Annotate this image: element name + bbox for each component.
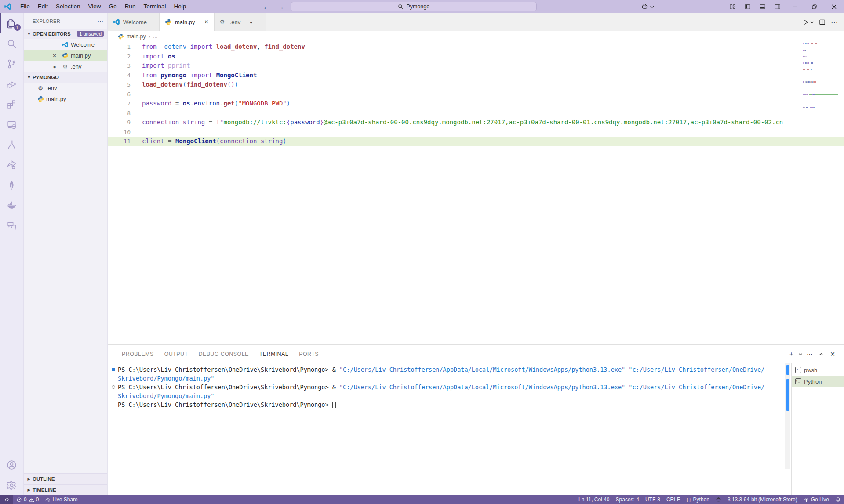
activity-testing-icon[interactable] [0,134,24,155]
panel-tab-output[interactable]: OUTPUT [159,345,193,363]
panel-tab-ports[interactable]: PORTS [294,345,324,363]
file-env[interactable]: ⚙.env [24,83,107,94]
terminal-content[interactable]: PS C:\Users\Liv Christoffersen\OneDrive\… [108,365,785,495]
status-encoding[interactable]: UTF-8 [642,495,663,504]
timeline-section[interactable]: ▶ TIMELINE [24,484,107,495]
activity-docker-icon[interactable] [0,195,24,215]
layout-customize-icon[interactable] [725,0,740,13]
menu-run[interactable]: Run [121,0,140,13]
terminal[interactable]: PS C:\Users\Liv Christoffersen\OneDrive\… [108,363,844,495]
code-line-9[interactable]: 9connection_string = f"mongodb://livktc:… [108,118,844,127]
status-copilot-status[interactable] [713,495,724,504]
activity-extensions-icon[interactable] [0,94,24,114]
code-line-5[interactable]: 5load_dotenv(find_dotenv()) [108,80,844,90]
explorer-more-actions-icon[interactable]: ⋯ [98,18,104,25]
status-eol[interactable]: CRLF [663,495,683,504]
code-line-6[interactable]: 6 [108,90,844,99]
toggle-secondary-sidebar-icon[interactable] [770,0,785,13]
split-editor-icon[interactable] [817,17,827,27]
breadcrumb[interactable]: main.py › ... [108,31,844,42]
folder-header[interactable]: ▼ PYMONGO [24,72,107,83]
open-editor-env[interactable]: ●⚙.env [24,61,107,72]
close-button[interactable] [824,0,844,13]
line-number: 2 [108,52,131,62]
code-line-10[interactable]: 10 [108,127,844,137]
line-number: 11 [108,137,131,146]
tab-welcome[interactable]: Welcome [108,13,160,31]
open-editors-label: OPEN EDITORS [33,31,71,36]
status-go-live[interactable]: Go Live [800,495,832,504]
code-line-1[interactable]: 1from dotenv import load_dotenv, find_do… [108,42,844,52]
menu-go[interactable]: Go [105,0,121,13]
activity-remote-explorer-icon[interactable] [0,114,24,134]
activity-explorer-icon[interactable]: 1 [0,13,24,33]
code-line-11[interactable]: 11client = MongoClient(connection_string… [108,137,844,146]
dirty-dot-icon[interactable]: ● [250,20,252,25]
activity-source-control-icon[interactable] [0,54,24,74]
status-indentation[interactable]: Spaces: 4 [613,495,642,504]
minimize-button[interactable] [785,0,804,13]
status-notifications[interactable] [832,495,844,504]
status-problems[interactable]: 00 [13,495,42,504]
menu-selection[interactable]: Selection [52,0,84,13]
breadcrumb-file[interactable]: main.py [127,33,146,40]
terminal-tab-python[interactable]: Python [792,376,844,387]
editor-group: Welcomemain.py✕⚙.env● ⋯ main.py › ... 1f… [108,13,844,344]
run-dropdown-chevron-icon[interactable] [809,17,815,27]
activity-comments-icon[interactable] [0,215,24,236]
menu-help[interactable]: Help [170,0,190,13]
tab-mainpy[interactable]: main.py✕ [160,13,215,31]
menu-view[interactable]: View [84,0,105,13]
close-panel-icon[interactable]: ✕ [827,349,838,359]
panel-tab-debug-console[interactable]: DEBUG CONSOLE [193,345,254,363]
new-terminal-icon[interactable]: ＋ [786,349,797,359]
code-line-2[interactable]: 2import os [108,52,844,62]
status-cursor-position[interactable]: Ln 11, Col 40 [575,495,613,504]
panel-tab-problems[interactable]: PROBLEMS [116,345,159,363]
terminal-profile-chevron-icon[interactable] [797,349,804,359]
command-center-search[interactable]: Pymongo [291,2,537,11]
open-editor-mainpy[interactable]: ✕main.py [24,50,107,61]
code-line-7[interactable]: 7password = os.environ.get("MONGODB_PWD"… [108,99,844,109]
open-editor-welcome[interactable]: Welcome [24,39,107,50]
menu-terminal[interactable]: Terminal [139,0,170,13]
copilot-chevron-icon[interactable] [649,0,656,13]
panel-tab-terminal[interactable]: TERMINAL [254,345,294,363]
code-line-8[interactable]: 8 [108,109,844,118]
activity-run-debug-icon[interactable] [0,74,24,94]
code-line-4[interactable]: 4from pymongo import MongoClient [108,71,844,80]
toggle-panel-icon[interactable] [755,0,770,13]
menu-file[interactable]: File [16,0,34,13]
status-language-mode[interactable]: { }Python [683,495,713,504]
outline-section[interactable]: ▶ OUTLINE [24,473,107,484]
restore-button[interactable] [804,0,824,13]
open-editors-header[interactable]: ▼ OPEN EDITORS 1 unsaved [24,29,107,39]
terminal-tab-pwsh[interactable]: pwsh [792,364,844,376]
activity-search-icon[interactable] [0,33,24,54]
activity-mongodb-icon[interactable] [0,175,24,195]
activity-account-icon[interactable] [0,455,24,475]
minimap[interactable] [803,43,838,153]
python-icon [37,96,44,103]
panel-more-actions-icon[interactable]: ⋯ [804,349,815,359]
back-arrow-icon[interactable]: ← [259,3,273,11]
line-number: 1 [108,42,131,52]
close-tab-icon[interactable]: ✕ [204,19,209,25]
menu-edit[interactable]: Edit [34,0,52,13]
editor-more-actions-icon[interactable]: ⋯ [829,17,840,27]
status-live-share[interactable]: Live Share [42,495,80,504]
activity-settings-icon[interactable] [0,475,24,495]
forward-arrow-icon[interactable]: → [273,3,288,11]
tab-env[interactable]: ⚙.env● [215,13,266,31]
status-remote-indicator[interactable] [0,495,13,504]
close-file-icon[interactable]: ✕ [51,53,58,59]
terminal-scrollbar[interactable] [785,363,790,469]
code-line-3[interactable]: 3import pprint [108,61,844,71]
toggle-sidebar-icon[interactable] [740,0,755,13]
maximize-panel-icon[interactable] [816,349,826,359]
file-mainpy[interactable]: main.py [24,94,107,105]
status-python-interpreter[interactable]: 3.13.3 64-bit (Microsoft Store) [724,495,800,504]
activity-live-share-icon[interactable] [0,155,24,175]
breadcrumb-more[interactable]: ... [153,33,157,40]
code-editor[interactable]: 1from dotenv import load_dotenv, find_do… [108,42,844,344]
